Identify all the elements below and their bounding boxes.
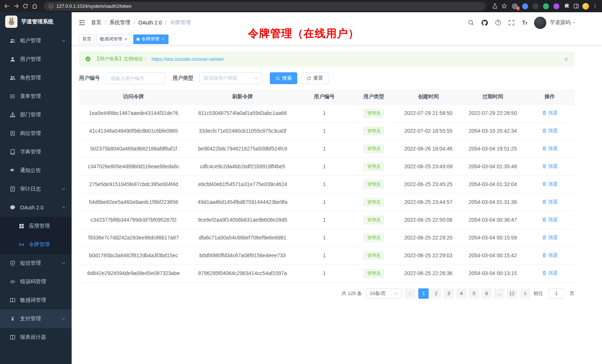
help-button[interactable] xyxy=(495,19,501,26)
sidebar-item-label: OAuth 2.0 xyxy=(20,205,43,211)
force-logout-button[interactable]: 强退 xyxy=(542,216,558,223)
pagination-next-button[interactable] xyxy=(520,288,530,299)
force-logout-button[interactable]: 强退 xyxy=(542,110,558,116)
extension-dark-icon[interactable] xyxy=(533,3,539,9)
browser-bookmark-star-button[interactable] xyxy=(501,3,507,9)
tab-token[interactable]: 令牌管理 xyxy=(133,34,169,44)
sidebar-item-user[interactable]: 用户管理 xyxy=(0,50,72,69)
sidebar-item-post[interactable]: 岗位管理 xyxy=(0,124,72,143)
site-info-icon[interactable] xyxy=(48,4,53,9)
extension-badge: 0 xyxy=(517,6,520,10)
pagination-page-1[interactable]: 1 xyxy=(418,288,429,299)
goto-page-input[interactable] xyxy=(548,288,565,299)
force-logout-button[interactable]: 强退 xyxy=(542,163,558,170)
user-id-input[interactable] xyxy=(106,72,166,84)
sidebar-item-pay[interactable]: 支付管理 xyxy=(0,310,72,328)
pagination-prev-button[interactable] xyxy=(405,288,415,299)
extension-adblock-icon[interactable]: 0 xyxy=(512,3,518,9)
browser-forward-button[interactable] xyxy=(13,3,19,9)
delete-icon xyxy=(542,271,547,275)
force-logout-button[interactable]: 强退 xyxy=(542,270,558,277)
sidebar-item-audit-log[interactable]: 审计日志 xyxy=(0,180,72,198)
browser-share-button[interactable] xyxy=(492,3,498,9)
pagination-page-4[interactable]: 4 xyxy=(456,288,467,299)
audit-log-icon xyxy=(10,186,16,192)
user-type-badge: 管理员 xyxy=(363,234,384,242)
sidebar-submenu: 应用管理令牌管理 xyxy=(0,217,72,254)
sidebar-collapse-button[interactable] xyxy=(78,19,86,26)
extensions-puzzle-icon[interactable] xyxy=(564,3,570,9)
tab-home[interactable]: 首页 xyxy=(79,34,95,44)
cell-actions: 强退 xyxy=(525,264,575,282)
force-logout-button[interactable]: 强退 xyxy=(542,128,558,134)
topbar-actions: 芋道源码 xyxy=(468,17,576,29)
page-size-select[interactable]: 10条/页 xyxy=(366,288,402,299)
sidebar-item-sms[interactable]: 短信管理 xyxy=(0,254,72,272)
alert-doc-link[interactable]: https://doc.iocoder.cn/user-center/ xyxy=(151,56,224,62)
cell-user-id: 1 xyxy=(297,246,351,264)
pagination-page-3[interactable]: 3 xyxy=(444,288,454,299)
pagination-page-5[interactable]: 5 xyxy=(469,288,479,299)
pagination-page-6[interactable]: 6 xyxy=(481,288,492,299)
extension-green-icon[interactable] xyxy=(543,3,549,9)
pagination-page-12[interactable]: 12 xyxy=(507,288,517,299)
sidebar-item-dept[interactable]: 部门管理 xyxy=(0,106,72,124)
alert-close-icon[interactable] xyxy=(564,57,569,62)
tab-close-icon[interactable] xyxy=(124,37,128,41)
sidebar-subitem-token[interactable]: 令牌管理 xyxy=(0,235,72,254)
app-logo[interactable]: 芋道管理系统 xyxy=(0,12,72,31)
user-type-select[interactable]: 请选择用户类型 xyxy=(199,72,262,84)
reset-button[interactable]: 重置 xyxy=(301,72,328,84)
fullscreen-button[interactable] xyxy=(508,19,515,26)
sidebar-item-oauth2[interactable]: OAuth 2.0 xyxy=(0,198,72,217)
browser-back-button[interactable] xyxy=(4,3,10,9)
breadcrumb-separator: / xyxy=(105,20,106,26)
browser-address-bar[interactable]: 127.0.0.1:1024/system/oauth2/token xyxy=(44,2,486,11)
browser-home-button[interactable] xyxy=(32,3,38,9)
browser-menu-button[interactable] xyxy=(592,3,598,9)
force-logout-button[interactable]: 强退 xyxy=(542,252,558,259)
pagination: 共 120 条 10条/页 123456...12 前往 页 xyxy=(79,288,575,299)
breadcrumb-item[interactable]: 系统管理 xyxy=(109,19,130,26)
sidebar-item-tenant[interactable]: 租户管理 xyxy=(0,32,72,50)
breadcrumb-separator: / xyxy=(165,20,167,26)
breadcrumb-item[interactable]: OAuth 2.0 xyxy=(138,20,162,26)
pagination-page-2[interactable]: 2 xyxy=(431,288,441,299)
sidebar-item-report-designer[interactable]: 报表设计器 xyxy=(0,328,72,347)
github-button[interactable] xyxy=(481,19,488,26)
force-logout-button[interactable]: 强退 xyxy=(542,234,558,241)
force-logout-button[interactable]: 强退 xyxy=(542,181,558,188)
sidebar-item-dict[interactable]: 字典管理 xyxy=(0,143,72,161)
search-button[interactable]: 搜索 xyxy=(270,72,297,84)
tab-sensitive-word[interactable]: 敏感词管理 xyxy=(96,34,131,44)
browser-reload-button[interactable] xyxy=(22,3,29,9)
sidebar-item-role[interactable]: 角色管理 xyxy=(0,69,72,87)
sidebar-item-sensitive-word[interactable]: 敏感词管理 xyxy=(0,291,72,310)
search-icon xyxy=(275,76,280,81)
caret-down-icon[interactable] xyxy=(572,20,576,25)
font-size-button[interactable] xyxy=(521,19,528,26)
extension-purple-icon[interactable] xyxy=(553,3,559,9)
breadcrumb-item[interactable]: 首页 xyxy=(91,19,101,26)
extension-blue-icon[interactable] xyxy=(522,3,528,9)
sidebar-item-notice[interactable]: 通知公告 xyxy=(0,161,72,180)
pagination-more[interactable]: ... xyxy=(494,288,504,299)
tab-close-icon[interactable] xyxy=(161,37,165,41)
browser-profile-avatar[interactable] xyxy=(582,3,589,10)
force-logout-button[interactable]: 强退 xyxy=(542,145,558,152)
sidebar-subitem-label: 令牌管理 xyxy=(29,241,50,248)
sidebar-item-label: 菜单管理 xyxy=(20,93,41,100)
sidebar-item-label: 角色管理 xyxy=(20,75,41,81)
force-logout-button[interactable]: 强退 xyxy=(542,199,558,205)
sidebar-subitem-app-manage[interactable]: 应用管理 xyxy=(0,217,72,235)
sidebar-item-menu[interactable]: 菜单管理 xyxy=(0,87,72,106)
username[interactable]: 芋道源码 xyxy=(550,19,570,26)
cell-expire-time: 2022-07-29 22:28:50 xyxy=(461,104,525,122)
cell-user-id: 1 xyxy=(297,122,351,140)
sidebar-item-error-code[interactable]: 错误码管理 xyxy=(0,272,72,291)
cell-actions: 强退 xyxy=(525,122,575,140)
browser-side-panel-button[interactable] xyxy=(573,3,579,9)
search-button[interactable] xyxy=(468,19,474,26)
cell-actions: 强退 xyxy=(525,193,575,211)
user-avatar[interactable] xyxy=(534,17,546,29)
